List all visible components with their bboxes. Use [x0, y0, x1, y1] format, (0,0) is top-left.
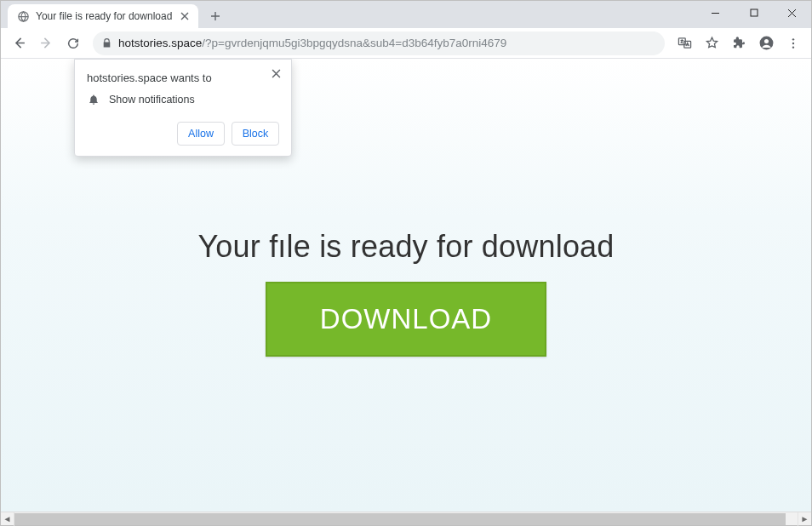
svg-rect-1	[751, 9, 758, 16]
new-tab-button[interactable]	[203, 4, 227, 28]
browser-window: Your file is ready for download	[0, 0, 812, 526]
svg-point-8	[792, 46, 794, 48]
address-bar[interactable]: hotstories.space/?p=gvrdenjqmu5gi3bpgqyd…	[93, 31, 665, 55]
permission-request-row: Show notifications	[87, 93, 279, 106]
minimize-button[interactable]	[696, 1, 735, 25]
url-text: hotstories.space/?p=gvrdenjqmu5gi3bpgqyd…	[118, 37, 506, 49]
lock-icon	[100, 37, 113, 50]
toolbar: hotstories.space/?p=gvrdenjqmu5gi3bpgqyd…	[1, 28, 811, 59]
bookmark-star-icon[interactable]	[699, 31, 724, 56]
reload-button[interactable]	[60, 31, 86, 56]
download-button[interactable]: DOWNLOAD	[266, 282, 546, 357]
scroll-right-icon[interactable]: ►	[798, 512, 811, 526]
permission-actions: Allow Block	[87, 122, 279, 146]
window-controls	[696, 1, 811, 25]
translate-icon[interactable]	[672, 31, 697, 56]
forward-button[interactable]	[33, 31, 59, 56]
permission-title: hotstories.space wants to	[87, 71, 279, 84]
scrollbar-thumb[interactable]	[14, 513, 786, 525]
extensions-icon[interactable]	[726, 31, 752, 56]
svg-point-5	[763, 39, 768, 43]
tab-title: Your file is ready for download	[36, 10, 172, 22]
url-path: /?p=gvrdenjqmu5gi3bpgqydsna&sub4=d3b64fy…	[202, 37, 506, 49]
profile-icon[interactable]	[753, 31, 779, 56]
titlebar: Your file is ready for download	[1, 1, 811, 28]
close-icon[interactable]	[267, 65, 284, 82]
tab-strip: Your file is ready for download	[1, 1, 227, 28]
scroll-left-icon[interactable]: ◄	[1, 512, 14, 526]
maximize-button[interactable]	[735, 1, 773, 25]
close-tab-icon[interactable]	[178, 9, 192, 23]
browser-tab[interactable]: Your file is ready for download	[8, 4, 198, 28]
back-button[interactable]	[6, 31, 31, 56]
url-host: hotstories.space	[118, 37, 202, 49]
svg-point-6	[792, 38, 794, 40]
menu-icon[interactable]	[781, 31, 806, 56]
block-button[interactable]: Block	[232, 122, 279, 146]
scrollbar-track[interactable]	[14, 512, 798, 526]
page-viewport: Your fıle is ready for download DOWNLOAD…	[1, 59, 811, 512]
page-heading: Your fıle is ready for download	[1, 229, 811, 265]
close-window-button[interactable]	[773, 1, 811, 25]
bell-icon	[87, 93, 100, 106]
allow-button[interactable]: Allow	[177, 122, 225, 146]
globe-icon	[16, 9, 30, 23]
notification-permission-popup: hotstories.space wants to Show notificat…	[74, 59, 292, 157]
horizontal-scrollbar[interactable]: ◄ ►	[1, 512, 811, 525]
svg-point-7	[792, 42, 794, 43]
permission-request-label: Show notifications	[109, 94, 195, 106]
